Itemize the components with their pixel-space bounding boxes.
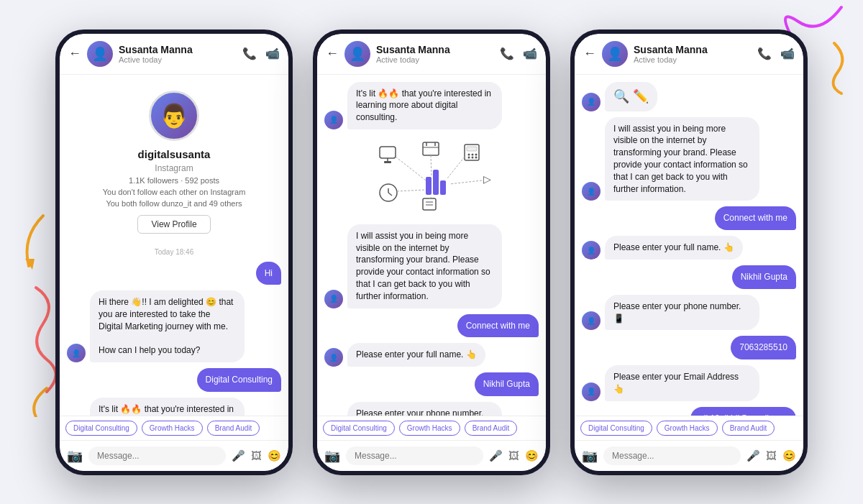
camera-icon-3[interactable]: 📷	[582, 448, 598, 464]
profile-stats: 1.1K followers · 592 posts	[129, 176, 219, 185]
profile-mutual: You both follow dunzo_it and 49 others	[106, 199, 242, 208]
back-button-3[interactable]: ←	[583, 46, 596, 61]
bot-avatar-2c: 👤	[324, 348, 343, 367]
mic-icon-1[interactable]: 🎤	[232, 449, 245, 462]
phone-2: ← 👤 Susanta Manna Active today 📞 📹 👤	[313, 29, 550, 475]
bubble-greet: Hi there 👋!! I am delighted 😊 that you a…	[90, 290, 245, 362]
phone-icon-1[interactable]: 📞	[242, 47, 257, 60]
contact-status-2: Active today	[376, 55, 494, 64]
message-input-1[interactable]	[88, 446, 226, 465]
svg-text:▷: ▷	[483, 173, 491, 185]
avatar-1: 👤	[87, 41, 113, 67]
sticker-icon-3[interactable]: 😊	[782, 449, 796, 462]
svg-line-8	[396, 157, 426, 180]
bubble-email-prompt-3: Please enter your Email Address 👆	[605, 365, 759, 401]
avatar-2: 👤	[344, 41, 370, 67]
qr-digital-consulting-1[interactable]: Digital Consulting	[65, 421, 137, 436]
phones-wrapper: ← 👤 Susanta Manna Active today 📞 📹	[0, 0, 863, 504]
input-bar-1: 📷 🎤 🖼 😊	[60, 440, 288, 471]
msg-phone-prompt-2: 👤 Please enter your phone number. 📱	[324, 402, 539, 415]
svg-point-21	[475, 156, 478, 158]
msg-search-icon-3: 👤 🔍 ✏️	[582, 82, 796, 111]
bot-avatar-3c: 👤	[582, 241, 601, 260]
bubble-phone-3: 7063285510	[731, 336, 796, 359]
view-profile-button[interactable]: View Profile	[137, 215, 210, 234]
bot-avatar-2b: 👤	[324, 290, 343, 308]
header-icons-2: 📞 📹	[500, 47, 537, 60]
bubble-assist-3: I will assist you in being more visible …	[605, 117, 759, 201]
msg-assist-2: 👤 I will assist you in being more visibl…	[324, 224, 539, 308]
header-info-3: Susanta Manna Active today	[634, 44, 752, 64]
bot-avatar-2a: 👤	[324, 111, 343, 129]
message-input-2[interactable]	[346, 446, 483, 465]
diagram-svg: ▷	[367, 141, 496, 213]
bubble-connect-2: Connect with me	[457, 314, 539, 338]
video-icon-2[interactable]: 📹	[523, 47, 537, 60]
qr-brand-audit-1[interactable]: Brand Audit	[207, 421, 260, 436]
msg-lit-1: 👤 It's lit 🔥🔥 that you're interested in …	[67, 398, 281, 415]
back-button-1[interactable]: ←	[68, 46, 81, 61]
phone-icon-2[interactable]: 📞	[500, 47, 514, 60]
bubble-name-2: Nikhil Gupta	[475, 372, 539, 396]
svg-point-20	[472, 156, 474, 158]
qr-growth-hacks-3[interactable]: Growth Hacks	[657, 421, 718, 436]
image-icon-1[interactable]: 🖼	[251, 449, 262, 462]
image-icon-3[interactable]: 🖼	[766, 449, 777, 462]
svg-line-24	[449, 180, 482, 184]
bubble-email-3: nik19nikhil@gmail.com	[690, 407, 796, 416]
chat-header-3: ← 👤 Susanta Manna Active today 📞 📹	[575, 34, 803, 75]
svg-rect-15	[467, 147, 477, 151]
phone-3: ← 👤 Susanta Manna Active today 📞 📹 👤	[570, 29, 808, 475]
quick-replies-2: Digital Consulting Growth Hacks Brand Au…	[317, 416, 546, 440]
camera-icon-1[interactable]: 📷	[67, 448, 83, 464]
video-icon-3[interactable]: 📹	[780, 47, 795, 60]
mic-icon-3[interactable]: 🎤	[746, 449, 760, 462]
svg-rect-2	[426, 177, 432, 195]
message-input-3[interactable]	[603, 446, 741, 465]
contact-name-1: Susanta Manna	[119, 44, 237, 55]
mic-icon-2[interactable]: 🎤	[489, 449, 503, 462]
contact-status-3: Active today	[634, 55, 752, 64]
svg-rect-3	[433, 170, 439, 195]
msg-assist-3: 👤 I will assist you in being more visibl…	[582, 117, 796, 201]
input-icons-3: 🎤 🖼 😊	[746, 449, 796, 462]
header-icons-1: 📞 📹	[242, 47, 280, 60]
chat-header-2: ← 👤 Susanta Manna Active today 📞 📹	[317, 34, 546, 75]
image-icon-2[interactable]: 🖼	[508, 449, 519, 462]
phone-1: ← 👤 Susanta Manna Active today 📞 📹	[55, 29, 293, 475]
chat-body-3: 👤 🔍 ✏️ 👤 I will assist you in being more…	[575, 75, 803, 416]
bubble-hi: Hi	[256, 262, 281, 285]
profile-username: digitalsusanta	[138, 148, 211, 160]
msg-connect-2: Connect with me	[324, 314, 539, 338]
header-info-1: Susanta Manna Active today	[119, 44, 237, 64]
qr-digital-consulting-2[interactable]: Digital Consulting	[323, 421, 395, 436]
bubble-dc: Digital Consulting	[197, 368, 281, 392]
camera-icon-2[interactable]: 📷	[324, 448, 340, 464]
bubble-assist-2: I will assist you in being more visible …	[347, 224, 502, 308]
sticker-icon-1[interactable]: 😊	[268, 449, 281, 462]
profile-follow: You don't follow each other on Instagram	[103, 188, 246, 196]
back-button-2[interactable]: ←	[326, 46, 339, 61]
qr-brand-audit-3[interactable]: Brand Audit	[722, 421, 775, 436]
contact-status-1: Active today	[119, 55, 237, 64]
sticker-icon-2[interactable]: 😊	[525, 449, 539, 462]
timestamp-1: Today 18:46	[67, 248, 281, 256]
chat-header-1: ← 👤 Susanta Manna Active today 📞 📹	[60, 34, 288, 75]
msg-connect-3: Connect with me	[582, 206, 796, 230]
msg-name-3: Nikhil Gupta	[582, 265, 796, 289]
bubble-phone-prompt-3: Please enter your phone number. 📱	[605, 295, 759, 331]
input-icons-2: 🎤 🖼 😊	[489, 449, 539, 462]
phone-icon-3[interactable]: 📞	[757, 47, 772, 60]
quick-replies-3: Digital Consulting Growth Hacks Brand Au…	[575, 416, 803, 440]
input-bar-3: 📷 🎤 🖼 😊	[575, 440, 803, 471]
msg-name-2: Nikhil Gupta	[324, 372, 539, 396]
bubble-lit-1: It's lit 🔥🔥 that you're interested in le…	[90, 398, 245, 415]
svg-line-27	[388, 193, 392, 196]
qr-brand-audit-2[interactable]: Brand Audit	[465, 421, 518, 436]
qr-growth-hacks-2[interactable]: Growth Hacks	[399, 421, 460, 436]
header-icons-3: 📞 📹	[757, 47, 795, 60]
qr-digital-consulting-3[interactable]: Digital Consulting	[580, 421, 652, 436]
qr-growth-hacks-1[interactable]: Growth Hacks	[142, 421, 203, 436]
video-icon-1[interactable]: 📹	[265, 47, 280, 60]
svg-point-17	[472, 153, 474, 155]
